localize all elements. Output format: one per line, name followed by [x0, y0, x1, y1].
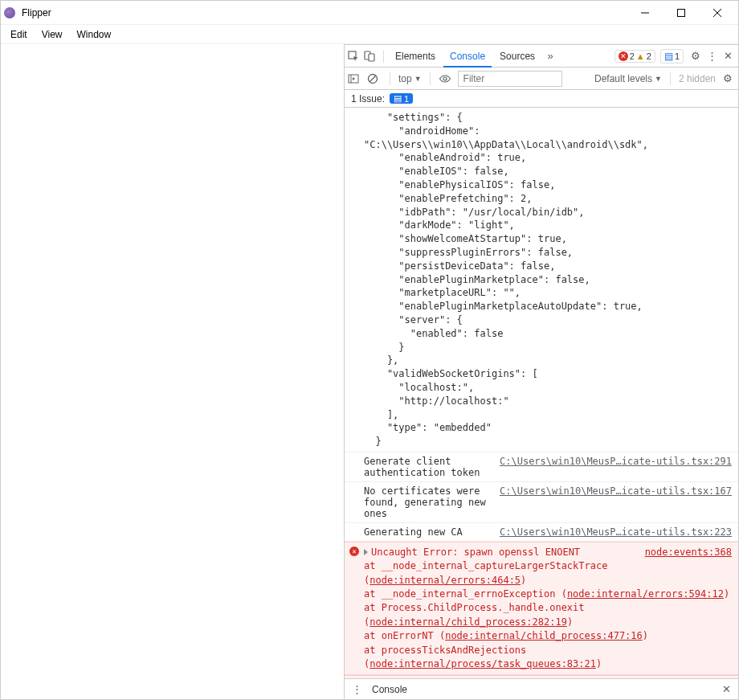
warning-icon: ▲ [636, 51, 645, 61]
issues-bar[interactable]: 1 Issue: ▤ 1 [345, 90, 738, 108]
issues-label: 1 Issue: [351, 93, 385, 104]
log-source-link[interactable]: C:\Users\win10\MeusP…icate-utils.tsx:167 [500, 485, 732, 519]
log-row: Generating new CA C:\Users\win10\MeusP…i… [345, 523, 738, 542]
log-text: No certificates were found, generating n… [364, 485, 487, 519]
log-row: No certificates were found, generating n… [345, 482, 738, 523]
sidebar-toggle-icon[interactable] [348, 73, 362, 84]
stack-link[interactable]: node:internal/child_process:282:19 [370, 616, 567, 628]
stack-link[interactable]: node:internal/errors:594:12 [567, 588, 724, 600]
tab-console[interactable]: Console [443, 46, 492, 68]
devtools-drawer: ⋮ Console ✕ [345, 678, 738, 699]
log-source-link[interactable]: C:\Users\win10\MeusP…icate-utils.tsx:291 [500, 456, 732, 478]
devtools-tabbar: Elements Console Sources » ✕ 2 ▲ 2 ▤ 1 ⚙… [345, 45, 738, 68]
error-message: Uncaught Error: spawn openssl ENOENT [371, 546, 580, 558]
close-button[interactable] [699, 1, 735, 25]
minimize-button[interactable] [627, 1, 663, 25]
error-count: 2 [630, 51, 635, 61]
error-warning-badge[interactable]: ✕ 2 ▲ 2 [614, 50, 655, 63]
error-row: ✕ C:\Users\win10\MeusP…startServer.tsx:1… [345, 675, 738, 678]
kebab-menu-icon[interactable]: ⋮ [704, 50, 719, 62]
filter-input[interactable] [458, 71, 562, 87]
titlebar: Flipper [1, 1, 738, 25]
message-icon: ▤ [664, 51, 673, 62]
message-count: 1 [675, 51, 680, 61]
error-icon: ✕ [349, 546, 359, 556]
log-text: Generate client authentication token [364, 456, 487, 478]
settings-gear-icon[interactable]: ⚙ [688, 50, 703, 62]
clear-console-icon[interactable] [367, 73, 382, 84]
log-row: Generate client authentication token C:\… [345, 452, 738, 482]
devtools-close-icon[interactable]: ✕ [721, 50, 735, 62]
maximize-button[interactable] [663, 1, 699, 25]
inspect-icon[interactable] [348, 51, 362, 62]
app-title: Flipper [22, 7, 627, 18]
context-selector[interactable]: top ▼ [398, 73, 422, 84]
messages-badge[interactable]: ▤ 1 [660, 49, 684, 63]
error-source-link[interactable]: node:events:368 [645, 546, 732, 559]
device-toggle-icon[interactable] [364, 51, 378, 62]
drawer-tab-console[interactable]: Console [372, 684, 407, 695]
menubar: Edit View Window [1, 25, 738, 44]
svg-rect-6 [369, 54, 374, 61]
tab-elements[interactable]: Elements [389, 46, 442, 67]
console-toolbar: top ▼ Default levels ▼ 2 hidden ⚙ [345, 68, 738, 90]
svg-point-12 [443, 77, 447, 80]
menu-window[interactable]: Window [70, 27, 117, 42]
svg-rect-1 [677, 9, 684, 16]
chevron-down-icon: ▼ [655, 75, 662, 83]
more-tabs-icon[interactable]: » [543, 50, 557, 62]
main-content-empty [1, 44, 345, 699]
console-settings-icon[interactable]: ⚙ [721, 72, 735, 84]
log-source-link[interactable]: C:\Users\win10\MeusP…icate-utils.tsx:223 [500, 526, 732, 538]
drawer-menu-icon[interactable]: ⋮ [349, 683, 364, 695]
log-json-settings: "settings": { "androidHome": "C:\\Users\… [345, 108, 738, 452]
stack-link[interactable]: node:internal/process/task_queues:83:21 [370, 658, 596, 669]
drawer-close-icon[interactable]: ✕ [719, 683, 733, 695]
log-levels-selector[interactable]: Default levels ▼ [594, 73, 662, 84]
log-text: Generating new CA [364, 526, 487, 538]
menu-edit[interactable]: Edit [4, 27, 34, 42]
warning-count: 2 [647, 51, 651, 61]
app-icon [4, 7, 15, 18]
hidden-count: 2 hidden [679, 73, 716, 84]
window-controls [627, 1, 735, 25]
devtools-panel: Elements Console Sources » ✕ 2 ▲ 2 ▤ 1 ⚙… [345, 44, 738, 699]
issue-icon: ▤ [394, 93, 402, 104]
live-expression-icon[interactable] [439, 74, 453, 84]
stack-link[interactable]: node:internal/errors:464:5 [370, 575, 521, 586]
console-output[interactable]: "settings": { "androidHome": "C:\\Users\… [345, 108, 738, 678]
menu-view[interactable]: View [35, 27, 69, 42]
svg-marker-9 [353, 77, 355, 80]
chevron-down-icon: ▼ [414, 75, 422, 83]
error-row: ✕ node:events:368 Uncaught Error: spawn … [345, 542, 738, 676]
tab-sources[interactable]: Sources [493, 46, 541, 67]
error-icon: ✕ [619, 51, 628, 61]
svg-line-11 [370, 76, 376, 82]
expand-triangle-icon[interactable] [364, 549, 368, 555]
stack-link[interactable]: node:internal/child_process:477:16 [445, 630, 643, 641]
issue-count-badge: ▤ 1 [390, 93, 413, 104]
